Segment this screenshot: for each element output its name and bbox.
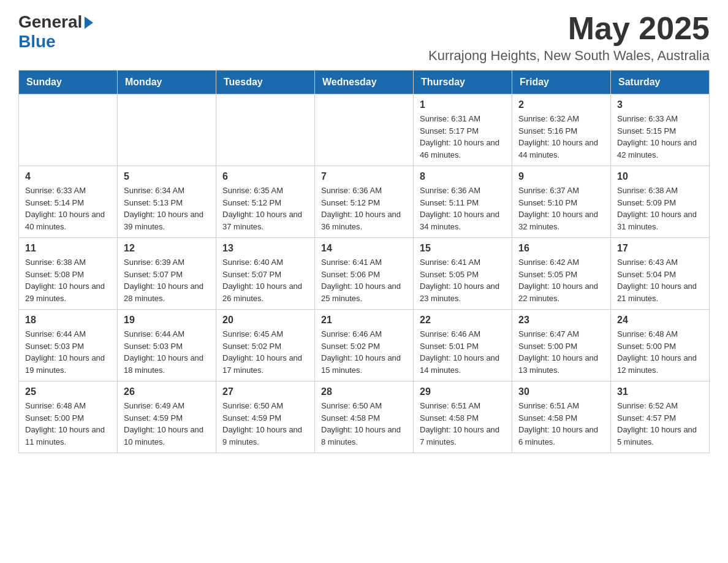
day-number: 7 — [321, 171, 407, 182]
day-number: 17 — [617, 243, 703, 254]
day-info: Sunrise: 6:39 AM Sunset: 5:07 PM Dayligh… — [124, 256, 210, 304]
title-area: May 2025 Kurrajong Heights, New South Wa… — [428, 12, 710, 64]
calendar-cell: 31Sunrise: 6:52 AM Sunset: 4:57 PM Dayli… — [611, 381, 710, 453]
calendar-table: SundayMondayTuesdayWednesdayThursdayFrid… — [18, 70, 710, 453]
day-header-tuesday: Tuesday — [216, 71, 315, 94]
calendar-cell: 30Sunrise: 6:51 AM Sunset: 4:58 PM Dayli… — [512, 381, 611, 453]
day-info: Sunrise: 6:40 AM Sunset: 5:07 PM Dayligh… — [222, 256, 308, 304]
day-info: Sunrise: 6:36 AM Sunset: 5:11 PM Dayligh… — [420, 185, 506, 232]
day-number: 11 — [25, 243, 111, 254]
calendar-cell: 5Sunrise: 6:34 AM Sunset: 5:13 PM Daylig… — [118, 166, 216, 238]
day-number: 24 — [617, 315, 703, 326]
calendar-cell: 22Sunrise: 6:46 AM Sunset: 5:01 PM Dayli… — [414, 310, 512, 381]
calendar-cell: 17Sunrise: 6:43 AM Sunset: 5:04 PM Dayli… — [611, 238, 710, 310]
calendar-cell: 27Sunrise: 6:50 AM Sunset: 4:59 PM Dayli… — [216, 381, 315, 453]
day-number: 27 — [222, 386, 308, 397]
day-number: 8 — [420, 171, 506, 182]
week-row-3: 11Sunrise: 6:38 AM Sunset: 5:08 PM Dayli… — [19, 238, 710, 310]
day-number: 15 — [420, 243, 506, 254]
calendar-cell: 19Sunrise: 6:44 AM Sunset: 5:03 PM Dayli… — [118, 310, 216, 381]
day-info: Sunrise: 6:47 AM Sunset: 5:00 PM Dayligh… — [518, 328, 604, 376]
day-info: Sunrise: 6:32 AM Sunset: 5:16 PM Dayligh… — [518, 113, 604, 161]
day-info: Sunrise: 6:33 AM Sunset: 5:14 PM Dayligh… — [25, 185, 111, 232]
calendar-cell: 11Sunrise: 6:38 AM Sunset: 5:08 PM Dayli… — [19, 238, 118, 310]
day-info: Sunrise: 6:38 AM Sunset: 5:09 PM Dayligh… — [617, 185, 703, 232]
day-info: Sunrise: 6:46 AM Sunset: 5:02 PM Dayligh… — [321, 328, 407, 376]
logo-arrow-icon — [85, 17, 93, 29]
day-info: Sunrise: 6:36 AM Sunset: 5:12 PM Dayligh… — [321, 185, 407, 232]
calendar-cell: 4Sunrise: 6:33 AM Sunset: 5:14 PM Daylig… — [19, 166, 118, 238]
day-number: 28 — [321, 386, 407, 397]
day-info: Sunrise: 6:51 AM Sunset: 4:58 PM Dayligh… — [518, 400, 604, 448]
day-info: Sunrise: 6:48 AM Sunset: 5:00 PM Dayligh… — [617, 328, 703, 376]
day-number: 26 — [124, 386, 210, 397]
day-number: 16 — [518, 243, 604, 254]
day-info: Sunrise: 6:44 AM Sunset: 5:03 PM Dayligh… — [25, 328, 111, 376]
calendar-cell — [19, 94, 118, 166]
calendar-cell: 24Sunrise: 6:48 AM Sunset: 5:00 PM Dayli… — [611, 310, 710, 381]
logo-blue-text: Blue — [18, 32, 56, 52]
day-number: 3 — [617, 99, 703, 110]
day-number: 30 — [518, 386, 604, 397]
day-info: Sunrise: 6:38 AM Sunset: 5:08 PM Dayligh… — [25, 256, 111, 304]
day-number: 5 — [124, 171, 210, 182]
day-header-friday: Friday — [512, 71, 611, 94]
day-info: Sunrise: 6:31 AM Sunset: 5:17 PM Dayligh… — [420, 113, 506, 161]
day-number: 18 — [25, 315, 111, 326]
day-info: Sunrise: 6:41 AM Sunset: 5:06 PM Dayligh… — [321, 256, 407, 304]
day-number: 14 — [321, 243, 407, 254]
day-info: Sunrise: 6:45 AM Sunset: 5:02 PM Dayligh… — [222, 328, 308, 376]
week-row-1: 1Sunrise: 6:31 AM Sunset: 5:17 PM Daylig… — [19, 94, 710, 166]
calendar-cell: 18Sunrise: 6:44 AM Sunset: 5:03 PM Dayli… — [19, 310, 118, 381]
day-header-sunday: Sunday — [19, 71, 118, 94]
day-number: 25 — [25, 386, 111, 397]
day-info: Sunrise: 6:34 AM Sunset: 5:13 PM Dayligh… — [124, 185, 210, 232]
day-header-wednesday: Wednesday — [315, 71, 414, 94]
week-row-4: 18Sunrise: 6:44 AM Sunset: 5:03 PM Dayli… — [19, 310, 710, 381]
day-info: Sunrise: 6:37 AM Sunset: 5:10 PM Dayligh… — [518, 185, 604, 232]
calendar-cell: 29Sunrise: 6:51 AM Sunset: 4:58 PM Dayli… — [414, 381, 512, 453]
day-number: 10 — [617, 171, 703, 182]
day-info: Sunrise: 6:48 AM Sunset: 5:00 PM Dayligh… — [25, 400, 111, 448]
day-info: Sunrise: 6:49 AM Sunset: 4:59 PM Dayligh… — [124, 400, 210, 448]
calendar-cell: 16Sunrise: 6:42 AM Sunset: 5:05 PM Dayli… — [512, 238, 611, 310]
day-info: Sunrise: 6:50 AM Sunset: 4:59 PM Dayligh… — [222, 400, 308, 448]
day-info: Sunrise: 6:35 AM Sunset: 5:12 PM Dayligh… — [222, 185, 308, 232]
day-number: 1 — [420, 99, 506, 110]
day-number: 4 — [25, 171, 111, 182]
day-number: 6 — [222, 171, 308, 182]
day-number: 9 — [518, 171, 604, 182]
logo: General Blue — [18, 12, 93, 52]
calendar-cell: 8Sunrise: 6:36 AM Sunset: 5:11 PM Daylig… — [414, 166, 512, 238]
calendar-cell — [118, 94, 216, 166]
calendar-cell: 10Sunrise: 6:38 AM Sunset: 5:09 PM Dayli… — [611, 166, 710, 238]
calendar-cell: 6Sunrise: 6:35 AM Sunset: 5:12 PM Daylig… — [216, 166, 315, 238]
calendar-cell: 9Sunrise: 6:37 AM Sunset: 5:10 PM Daylig… — [512, 166, 611, 238]
calendar-cell: 13Sunrise: 6:40 AM Sunset: 5:07 PM Dayli… — [216, 238, 315, 310]
calendar-cell: 12Sunrise: 6:39 AM Sunset: 5:07 PM Dayli… — [118, 238, 216, 310]
day-info: Sunrise: 6:41 AM Sunset: 5:05 PM Dayligh… — [420, 256, 506, 304]
week-row-5: 25Sunrise: 6:48 AM Sunset: 5:00 PM Dayli… — [19, 381, 710, 453]
day-header-saturday: Saturday — [611, 71, 710, 94]
calendar-cell: 7Sunrise: 6:36 AM Sunset: 5:12 PM Daylig… — [315, 166, 414, 238]
calendar-cell: 2Sunrise: 6:32 AM Sunset: 5:16 PM Daylig… — [512, 94, 611, 166]
calendar-cell: 25Sunrise: 6:48 AM Sunset: 5:00 PM Dayli… — [19, 381, 118, 453]
week-row-2: 4Sunrise: 6:33 AM Sunset: 5:14 PM Daylig… — [19, 166, 710, 238]
day-info: Sunrise: 6:46 AM Sunset: 5:01 PM Dayligh… — [420, 328, 506, 376]
calendar-cell — [315, 94, 414, 166]
day-number: 20 — [222, 315, 308, 326]
day-info: Sunrise: 6:42 AM Sunset: 5:05 PM Dayligh… — [518, 256, 604, 304]
calendar-cell: 21Sunrise: 6:46 AM Sunset: 5:02 PM Dayli… — [315, 310, 414, 381]
day-info: Sunrise: 6:33 AM Sunset: 5:15 PM Dayligh… — [617, 113, 703, 161]
day-info: Sunrise: 6:51 AM Sunset: 4:58 PM Dayligh… — [420, 400, 506, 448]
day-number: 12 — [124, 243, 210, 254]
day-number: 23 — [518, 315, 604, 326]
calendar-cell: 20Sunrise: 6:45 AM Sunset: 5:02 PM Dayli… — [216, 310, 315, 381]
day-info: Sunrise: 6:50 AM Sunset: 4:58 PM Dayligh… — [321, 400, 407, 448]
logo-general-text: General — [18, 12, 82, 32]
day-number: 21 — [321, 315, 407, 326]
day-number: 22 — [420, 315, 506, 326]
month-title: May 2025 — [428, 12, 710, 44]
calendar-cell: 14Sunrise: 6:41 AM Sunset: 5:06 PM Dayli… — [315, 238, 414, 310]
day-number: 2 — [518, 99, 604, 110]
